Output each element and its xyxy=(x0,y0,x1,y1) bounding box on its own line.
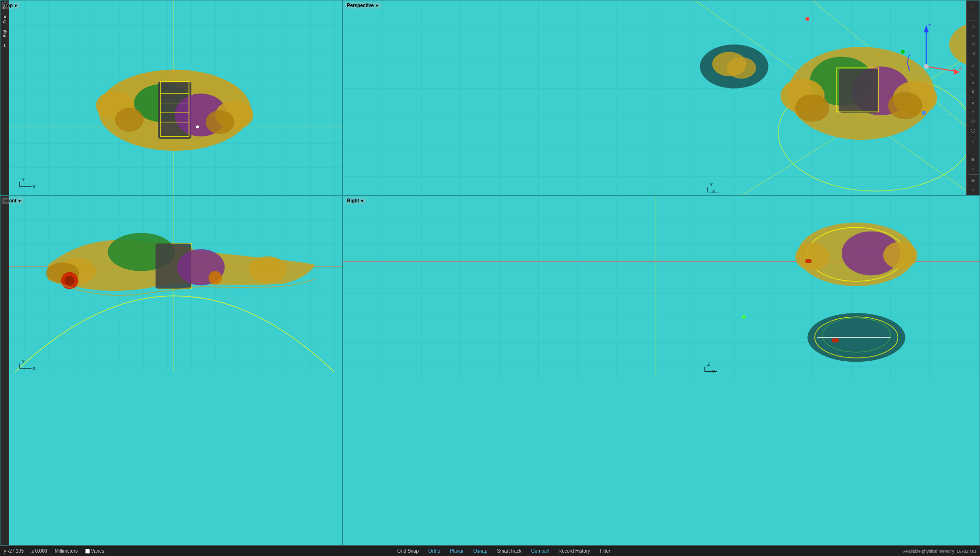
top-left-viewport-name: Top xyxy=(4,3,13,8)
filter-button[interactable]: Filter xyxy=(599,548,611,554)
toolbar-btn-8[interactable]: ◻ xyxy=(968,70,979,78)
right-toolbar: ⊞ ⊕ △ ▷ ▽ ◁ ⊿ ◻ ○ ⊗ ≡ ⊙ ⬡ ◯ ⊕ ⋯ ⊞ xyxy=(966,0,980,195)
top-left-dropdown-icon[interactable]: ▼ xyxy=(14,3,18,8)
bottom-left-viewport-name: Front xyxy=(4,198,17,203)
grid-snap-button[interactable]: Grid Snap xyxy=(396,548,420,554)
toolbar-btn-7[interactable]: ⊿ xyxy=(968,61,979,69)
side-label-front[interactable]: Front xyxy=(2,13,7,23)
bottom-left-dropdown-icon[interactable]: ▼ xyxy=(18,199,22,203)
svg-point-76 xyxy=(795,94,830,122)
svg-point-65 xyxy=(805,17,809,21)
svg-point-90 xyxy=(727,57,756,78)
varies-checkbox[interactable] xyxy=(85,549,90,554)
svg-text:Z: Z xyxy=(928,23,931,28)
toolbar-btn-4[interactable]: ▷ xyxy=(968,32,979,40)
svg-rect-171 xyxy=(805,259,811,263)
toolbar-btn-10[interactable]: ⊗ xyxy=(968,88,979,96)
units-label: Millimeters xyxy=(55,548,78,554)
top-right-viewport-label: Perspective ▼ xyxy=(345,2,381,9)
svg-text:Z: Z xyxy=(707,362,710,367)
record-history-button[interactable]: Record History xyxy=(557,548,591,554)
viewport-top-left[interactable]: Y X Top ▼ Top Front Right 1 xyxy=(0,0,343,195)
ortho-button[interactable]: Ortho xyxy=(427,548,441,554)
toolbar-btn-1[interactable]: ⊞ xyxy=(968,2,979,11)
toolbar-btn-15[interactable]: ⊕ xyxy=(968,138,979,146)
toolbar-sep-3 xyxy=(969,98,978,98)
toolbar-btn-16[interactable]: ⋯ xyxy=(968,146,979,155)
viewport-bottom-right[interactable]: Z Y Right ▼ xyxy=(343,195,980,545)
planar-button[interactable]: Planar xyxy=(449,548,465,554)
toolbar-btn-17[interactable]: ⊞ xyxy=(968,156,979,164)
bottom-right-viewport-label: Right ▼ xyxy=(345,198,366,204)
bottom-right-dropdown-icon[interactable]: ▼ xyxy=(360,199,365,203)
svg-text:Y: Y xyxy=(710,182,713,187)
toolbar-btn-12[interactable]: ⊙ xyxy=(968,108,979,117)
toolbar-btn-18[interactable]: ≈ xyxy=(968,164,979,173)
svg-point-87 xyxy=(922,111,925,115)
side-label-right[interactable]: Right xyxy=(2,27,7,37)
svg-point-133 xyxy=(65,276,75,286)
status-bar: y -27.195 z 0.000 Millimeters Varies Gri… xyxy=(0,545,980,556)
left-side-panel-top: Top Front Right 1 xyxy=(0,0,9,195)
svg-point-135 xyxy=(209,271,222,285)
left-side-panel-bottom: | xyxy=(0,196,9,545)
top-right-viewport-name: Perspective xyxy=(347,3,374,8)
svg-text:X: X xyxy=(712,189,715,194)
top-left-viewport-label: Top ▼ xyxy=(2,2,20,9)
svg-point-31 xyxy=(206,110,234,134)
svg-text:Y: Y xyxy=(22,177,25,182)
smart-track-button[interactable]: SmartTrack xyxy=(496,548,522,554)
toolbar-btn-11[interactable]: ≡ xyxy=(968,100,979,108)
toolbar-btn-6[interactable]: ◁ xyxy=(968,49,979,58)
gumball-button[interactable]: Gumball xyxy=(530,548,550,554)
memory-info: Available physical memory: 16782 MB xyxy=(903,549,976,554)
toolbar-btn-3[interactable]: △ xyxy=(968,22,979,31)
varies-label: Varies xyxy=(91,548,104,554)
toolbar-btn-5[interactable]: ▽ xyxy=(968,40,979,49)
viewport-bottom-left[interactable]: Y X Front ▼ | xyxy=(0,195,343,545)
z-coordinate: z 0.000 xyxy=(32,548,47,554)
side-label-num[interactable]: 1 xyxy=(3,43,6,48)
svg-text:X: X xyxy=(33,184,35,189)
svg-text:Y: Y xyxy=(22,359,25,364)
svg-text:Y: Y xyxy=(712,369,715,374)
viewport-grid: Y X Top ▼ Top Front Right 1 xyxy=(0,0,980,545)
top-right-dropdown-icon[interactable]: ▼ xyxy=(375,3,379,8)
toolbar-btn-19[interactable]: ◎ xyxy=(968,176,979,185)
svg-point-86 xyxy=(924,64,929,69)
toolbar-btn-13[interactable]: ⬡ xyxy=(968,117,979,126)
svg-rect-175 xyxy=(832,338,839,342)
varies-checkbox-item: Varies xyxy=(85,548,104,554)
viewport-top-right[interactable]: Z X xyxy=(343,0,980,195)
bottom-left-viewport-label: Front ▼ xyxy=(2,198,23,204)
svg-text:X: X xyxy=(33,366,35,371)
y-coordinate: y -27.195 xyxy=(4,548,24,554)
svg-point-134 xyxy=(249,256,287,283)
main-container: Y X Top ▼ Top Front Right 1 xyxy=(0,0,980,556)
bottom-right-viewport-name: Right xyxy=(347,198,359,203)
svg-point-85 xyxy=(901,50,905,54)
osnap-button[interactable]: Osnap xyxy=(472,548,488,554)
svg-point-169 xyxy=(795,243,830,270)
svg-point-37 xyxy=(196,125,199,128)
toolbar-sep-2 xyxy=(969,59,978,59)
toolbar-sep-4 xyxy=(969,136,978,136)
toolbar-btn-14[interactable]: ◯ xyxy=(968,126,979,134)
toolbar-btn-20[interactable]: ⊾ xyxy=(968,185,979,194)
toolbar-btn-2[interactable]: ⊕ xyxy=(968,11,979,20)
toolbar-btn-9[interactable]: ○ xyxy=(968,78,979,87)
svg-rect-73 xyxy=(839,69,879,113)
toolbar-sep-1 xyxy=(969,21,978,21)
svg-point-165 xyxy=(742,315,746,319)
svg-text:X: X xyxy=(959,66,962,71)
svg-point-77 xyxy=(888,92,923,119)
svg-point-30 xyxy=(115,108,144,132)
svg-point-170 xyxy=(883,242,918,269)
toolbar-sep-5 xyxy=(969,174,978,175)
